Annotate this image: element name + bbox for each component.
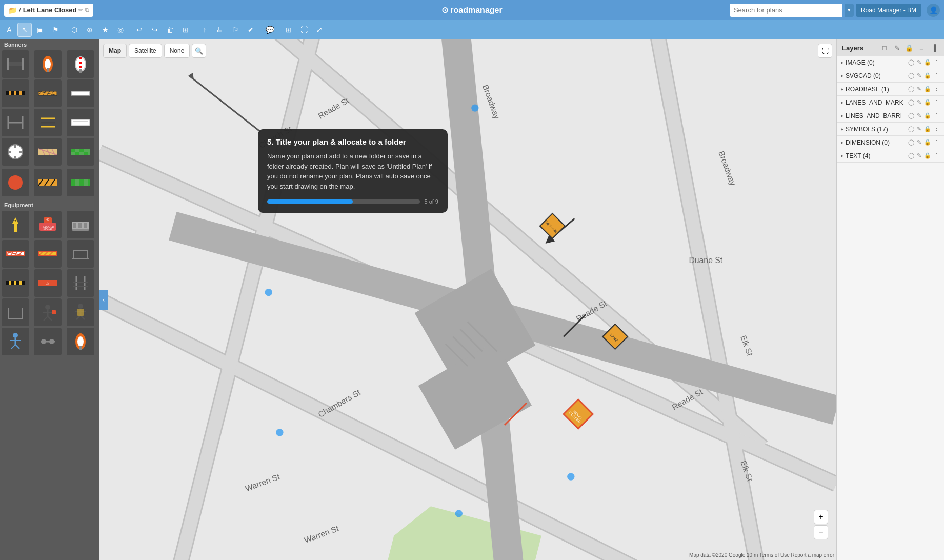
layer-visibility-btn[interactable]: ◯: [908, 85, 915, 93]
grid-btn[interactable]: ⊞: [282, 23, 296, 37]
layer-edit-btn[interactable]: ✎: [916, 98, 922, 106]
list-item[interactable]: [67, 79, 94, 107]
text-tool-btn[interactable]: A: [2, 23, 16, 37]
select-tool-btn[interactable]: ▣: [33, 23, 47, 37]
list-item[interactable]: [67, 298, 94, 326]
zoom-in-btn[interactable]: +: [814, 510, 828, 524]
list-item[interactable]: [2, 138, 29, 166]
layer-visibility-btn[interactable]: ◯: [908, 138, 915, 146]
layer-visibility-btn[interactable]: ◯: [908, 112, 915, 119]
layer-lock-btn[interactable]: 🔒: [923, 125, 932, 133]
copy-plan-icon[interactable]: ⧉: [85, 7, 89, 13]
comment-btn[interactable]: 💬: [263, 23, 277, 37]
layer-item-svgcad[interactable]: ▸ SVGCAD (0) ◯ ✎ 🔒 ⋮: [837, 69, 944, 83]
export-btn[interactable]: ↑: [197, 23, 212, 37]
list-item[interactable]: [2, 50, 29, 78]
layer-edit-btn[interactable]: ✎: [916, 58, 922, 66]
layers-menu-btn[interactable]: ≡: [916, 43, 927, 53]
list-item[interactable]: T: [2, 211, 29, 238]
layer-visibility-btn[interactable]: ◯: [908, 98, 915, 106]
list-item[interactable]: [34, 169, 62, 196]
layer-more-btn[interactable]: ⋮: [933, 138, 940, 146]
delete-btn[interactable]: 🗑: [163, 23, 177, 37]
layer-item-symbols[interactable]: ▸ SYMBOLS (17) ◯ ✎ 🔒 ⋮: [837, 123, 944, 136]
layer-visibility-btn[interactable]: ◯: [908, 72, 915, 79]
layer-more-btn[interactable]: ⋮: [933, 125, 940, 133]
layer-item-text[interactable]: ▸ TEXT (4) ◯ ✎ 🔒 ⋮: [837, 149, 944, 163]
layers-collapse-all-btn[interactable]: □: [879, 43, 890, 53]
layer-edit-btn[interactable]: ✎: [916, 138, 922, 146]
layer-more-btn[interactable]: ⋮: [933, 72, 940, 79]
layer-lock-btn[interactable]: 🔒: [923, 72, 932, 79]
layer-item-image[interactable]: ▸ IMAGE (0) ◯ ✎ 🔒 ⋮: [837, 56, 944, 69]
list-item[interactable]: [67, 169, 94, 196]
tab-map[interactable]: Map: [103, 44, 127, 58]
list-item[interactable]: [67, 269, 94, 297]
bookmark-btn[interactable]: ⚐: [228, 23, 243, 37]
expand-btn[interactable]: ⤢: [312, 23, 327, 37]
layer-edit-btn[interactable]: ✎: [916, 152, 922, 159]
list-item[interactable]: [34, 138, 62, 166]
layer-lock-btn[interactable]: 🔒: [923, 58, 932, 66]
layer-lock-btn[interactable]: 🔒: [923, 98, 932, 106]
fullscreen-map-btn[interactable]: ⛶: [818, 44, 832, 58]
layer-item-lanes[interactable]: ▸ LANES_AND_MARK ◯ ✎ 🔒 ⋮: [837, 96, 944, 109]
list-item[interactable]: [67, 328, 94, 355]
search-input[interactable]: [730, 4, 842, 17]
plan-title-box[interactable]: 📁 / Left Lane Closed ✏ ⧉: [4, 4, 93, 17]
layer-edit-btn[interactable]: ✎: [916, 85, 922, 93]
flag-tool-btn[interactable]: ⚑: [48, 23, 63, 37]
cursor-tool-btn[interactable]: ↖: [17, 23, 32, 37]
layer-lock-btn[interactable]: 🔒: [923, 138, 932, 146]
measure-tool-btn[interactable]: ⊕: [83, 23, 97, 37]
zoom-out-btn[interactable]: −: [814, 525, 828, 539]
layer-item-roadbase[interactable]: ▸ ROADBASE (1) ◯ ✎ 🔒 ⋮: [837, 83, 944, 96]
node-tool-btn[interactable]: ⬡: [67, 23, 82, 37]
tab-satellite[interactable]: Satellite: [129, 44, 162, 58]
list-item[interactable]: [34, 79, 62, 107]
list-item[interactable]: [34, 328, 62, 355]
layer-more-btn[interactable]: ⋮: [933, 152, 940, 159]
layer-lock-btn[interactable]: 🔒: [923, 152, 932, 159]
list-item[interactable]: ⚠: [34, 269, 62, 297]
list-item[interactable]: [67, 109, 94, 136]
list-item[interactable]: [2, 269, 29, 297]
layer-visibility-btn[interactable]: ◯: [908, 152, 915, 159]
layer-visibility-btn[interactable]: ◯: [908, 125, 915, 133]
list-item[interactable]: [2, 240, 29, 268]
list-item[interactable]: [67, 240, 94, 268]
list-item[interactable]: [67, 211, 94, 238]
copy-btn[interactable]: ⊞: [178, 23, 193, 37]
redo-btn[interactable]: ↪: [148, 23, 162, 37]
print-btn[interactable]: 🖶: [213, 23, 227, 37]
left-panel-collapse-btn[interactable]: ‹: [99, 290, 108, 310]
edit-plan-icon[interactable]: ✏: [78, 7, 83, 13]
list-item[interactable]: [2, 328, 29, 355]
list-item[interactable]: [34, 298, 62, 326]
list-item[interactable]: [34, 240, 62, 268]
layer-more-btn[interactable]: ⋮: [933, 85, 940, 93]
list-item[interactable]: [34, 109, 62, 136]
tab-none[interactable]: None: [164, 44, 190, 58]
list-item[interactable]: [2, 109, 29, 136]
layer-edit-btn[interactable]: ✎: [916, 72, 922, 79]
list-item[interactable]: 40 REDUCED SPEED: [34, 211, 62, 238]
layer-more-btn[interactable]: ⋮: [933, 58, 940, 66]
check-btn[interactable]: ✔: [244, 23, 258, 37]
layer-edit-btn[interactable]: ✎: [916, 112, 922, 119]
layers-scroll-btn[interactable]: ▐: [929, 43, 939, 53]
layers-lock-btn[interactable]: 🔒: [904, 43, 914, 53]
layer-more-btn[interactable]: ⋮: [933, 112, 940, 119]
list-item[interactable]: [2, 79, 29, 107]
list-item[interactable]: [67, 50, 94, 78]
fullscreen-btn-tb[interactable]: ⛶: [297, 23, 311, 37]
layer-visibility-btn[interactable]: ◯: [908, 58, 915, 66]
star-tool-btn[interactable]: ★: [98, 23, 112, 37]
road-manager-btn[interactable]: Road Manager - BM: [856, 4, 921, 17]
location-tool-btn[interactable]: ◎: [113, 23, 128, 37]
layers-edit-btn[interactable]: ✎: [892, 43, 902, 53]
layer-more-btn[interactable]: ⋮: [933, 98, 940, 106]
map-search-btn[interactable]: 🔍: [192, 44, 206, 58]
list-item[interactable]: [67, 138, 94, 166]
layer-lock-btn[interactable]: 🔒: [923, 85, 932, 93]
